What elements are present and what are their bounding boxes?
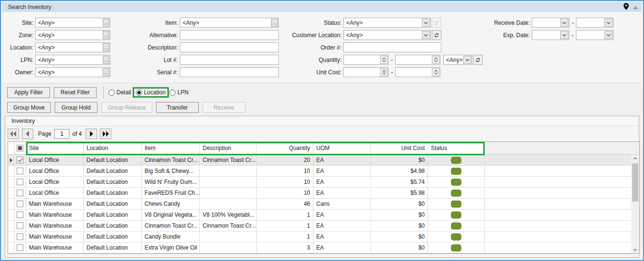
column-header-uom[interactable]: UOM (313, 142, 371, 154)
unit-cost-to-stepper[interactable] (395, 67, 440, 77)
chevron-down-icon[interactable] (560, 19, 568, 27)
item-lookup-field[interactable]: <Any>… (180, 18, 279, 28)
row-checkbox[interactable] (14, 242, 26, 253)
table-row[interactable]: Local Office Default Location Big Soft &… (8, 166, 631, 177)
next-page-button[interactable] (86, 129, 97, 139)
row-checkbox[interactable] (14, 231, 26, 242)
previous-page-button[interactable] (22, 129, 33, 139)
lot-input[interactable] (180, 55, 279, 65)
receive-date-to-picker[interactable] (576, 18, 614, 28)
exp-date-to-picker[interactable] (576, 30, 614, 40)
row-checkbox[interactable] (14, 199, 26, 209)
scrollbar-track[interactable] (631, 162, 639, 246)
select-all-checkbox[interactable] (14, 142, 26, 154)
chevron-down-icon[interactable] (605, 19, 613, 27)
table-row[interactable]: Local Office Default Location Cinnamon T… (8, 155, 631, 166)
radio-detail[interactable]: Detail (108, 89, 131, 96)
checkbox-unchecked-icon[interactable] (17, 201, 23, 207)
column-header-item[interactable]: Item (142, 142, 200, 154)
browse-ellipsis-icon[interactable]: … (103, 68, 109, 76)
checkbox-unchecked-icon[interactable] (17, 233, 23, 240)
status-combobox[interactable]: <Any> (343, 18, 431, 28)
table-row[interactable]: Main Warehouse Default Location Cinnamon… (8, 221, 631, 231)
scroll-up-icon[interactable] (631, 155, 639, 162)
spinner-arrows-icon[interactable] (432, 68, 439, 76)
group-move-button[interactable]: Group Move (7, 102, 51, 113)
receive-date-from-picker[interactable] (532, 18, 569, 28)
radio-location[interactable]: Location (136, 89, 166, 96)
transfer-button[interactable]: Transfer (156, 102, 199, 113)
chevron-down-icon[interactable] (605, 31, 613, 39)
checkbox-unchecked-icon[interactable] (17, 179, 23, 185)
spinner-arrows-icon[interactable] (432, 56, 439, 64)
radio-circle-icon[interactable] (108, 90, 115, 96)
column-header-description[interactable]: Description (200, 142, 257, 154)
apply-filter-button[interactable]: Apply Filter (7, 87, 50, 98)
lpn-lookup-field[interactable]: <Any>… (35, 55, 110, 65)
chevron-down-icon[interactable] (560, 31, 568, 39)
browse-ellipsis-icon[interactable]: … (103, 31, 109, 39)
quantity-uom-refresh-icon[interactable] (473, 55, 483, 65)
browse-ellipsis-icon[interactable]: … (271, 19, 278, 27)
alternative-input[interactable] (180, 30, 279, 40)
collapse-panel-icon[interactable] (633, 4, 638, 10)
row-checkbox[interactable] (14, 155, 26, 165)
table-row[interactable]: Local Office Default Location FaveREDS F… (8, 188, 631, 199)
location-lookup-field[interactable]: <Any>… (35, 42, 110, 52)
unit-cost-from-input[interactable] (344, 68, 380, 77)
unit-cost-from-stepper[interactable] (343, 67, 389, 77)
spinner-arrows-icon[interactable] (380, 56, 388, 64)
customer-location-combobox[interactable]: <Any> (343, 30, 431, 40)
table-row[interactable]: Main Warehouse Default Location Candy Bu… (8, 231, 631, 242)
unit-cost-to-input[interactable] (396, 68, 431, 77)
checkbox-unchecked-icon[interactable] (17, 222, 23, 229)
description-input[interactable] (180, 42, 279, 52)
row-checkbox[interactable] (14, 177, 26, 187)
chevron-down-icon[interactable] (422, 31, 430, 39)
table-row[interactable]: Main Warehouse Default Location Extra Vi… (8, 242, 631, 253)
checkbox-unchecked-icon[interactable] (17, 190, 23, 196)
order-input[interactable] (343, 42, 441, 52)
table-row[interactable]: Main Warehouse Default Location Chews Ca… (8, 199, 631, 210)
page-number-input[interactable] (54, 129, 69, 139)
scroll-down-icon[interactable] (631, 246, 639, 253)
radio-circle-icon[interactable] (136, 90, 142, 96)
group-hold-button[interactable]: Group Hold (55, 102, 98, 113)
pin-icon[interactable] (624, 3, 629, 11)
column-header-site[interactable]: Site (26, 142, 84, 154)
browse-ellipsis-icon[interactable]: … (103, 56, 109, 64)
spinner-arrows-icon[interactable] (380, 68, 388, 76)
owner-lookup-field[interactable]: <Any>… (35, 67, 110, 77)
column-header-status[interactable]: Status (428, 142, 485, 154)
chevron-down-icon[interactable] (422, 19, 430, 27)
row-checkbox[interactable] (14, 210, 26, 220)
quantity-to-stepper[interactable] (395, 55, 440, 65)
quantity-to-input[interactable] (396, 55, 431, 64)
zone-lookup-field[interactable]: <Any>… (35, 30, 110, 40)
quantity-uom-combobox[interactable]: <Any> (443, 55, 472, 65)
row-checkbox[interactable] (14, 188, 26, 198)
quantity-from-input[interactable] (344, 55, 380, 64)
checkbox-unchecked-icon[interactable] (17, 211, 23, 218)
browse-ellipsis-icon[interactable]: … (103, 19, 109, 27)
vertical-scrollbar[interactable] (631, 155, 639, 253)
customer-location-refresh-icon[interactable] (432, 30, 441, 40)
serial-input[interactable] (180, 67, 279, 77)
column-header-location[interactable]: Location (84, 142, 142, 154)
row-checkbox[interactable] (14, 221, 26, 231)
reset-filter-button[interactable]: Reset Filter (54, 87, 97, 98)
column-header-quantity[interactable]: Quantity (257, 142, 313, 154)
table-row[interactable]: Main Warehouse Default Location V8 Origi… (8, 210, 631, 221)
table-row[interactable]: Local Office Default Location Wild N' Fr… (8, 177, 631, 188)
checkbox-unchecked-icon[interactable] (17, 168, 23, 174)
radio-circle-icon[interactable] (169, 90, 176, 96)
row-checkbox[interactable] (14, 166, 26, 176)
quantity-from-stepper[interactable] (343, 55, 389, 65)
radio-lpn[interactable]: LPN (169, 89, 188, 96)
checkbox-unchecked-icon[interactable] (17, 244, 23, 251)
last-page-button[interactable] (100, 129, 111, 139)
first-page-button[interactable] (8, 129, 19, 139)
exp-date-from-picker[interactable] (532, 30, 569, 40)
checkbox-indeterminate-icon[interactable] (17, 145, 23, 151)
site-lookup-field[interactable]: <Any>… (35, 18, 110, 28)
